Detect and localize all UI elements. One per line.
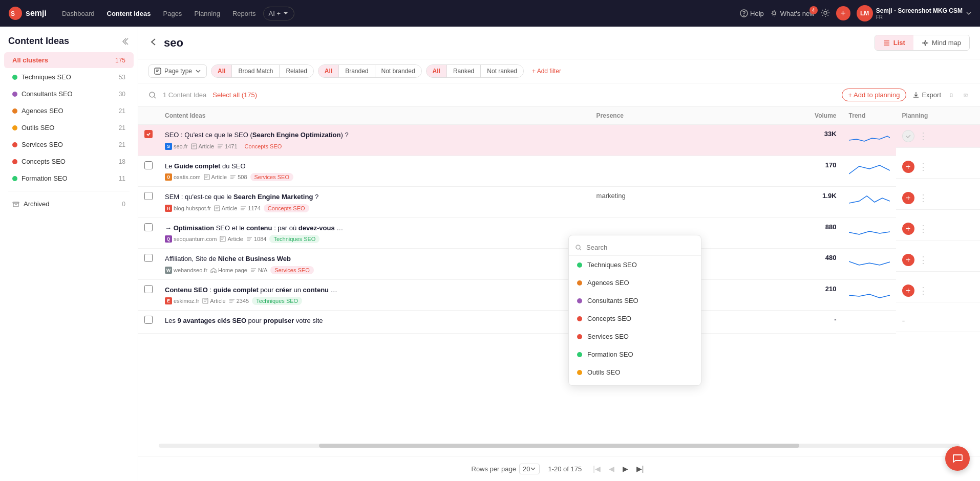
match-all-button[interactable]: All <box>211 65 232 77</box>
svg-rect-19 <box>220 236 225 242</box>
row-checkbox[interactable] <box>144 316 153 324</box>
related-button[interactable]: Related <box>280 65 313 77</box>
ranked-button[interactable]: Ranked <box>447 65 481 77</box>
horizontal-scrollbar[interactable] <box>138 442 980 456</box>
settings-button[interactable] <box>821 8 830 19</box>
select-all-button[interactable]: Select all (175) <box>212 91 257 99</box>
sidebar-item-techniques-seo[interactable]: Techniques SEO 53 <box>4 69 134 85</box>
add-to-planning-row-button[interactable]: + <box>902 192 914 204</box>
dropdown-item-services-seo[interactable]: Services SEO <box>569 327 701 345</box>
row-checkbox-cell[interactable] <box>138 249 159 280</box>
scroll-thumb[interactable] <box>319 444 799 448</box>
dropdown-item-outils-seo[interactable]: Outils SEO <box>569 363 701 381</box>
archive-toolbar-icon[interactable] <box>962 91 970 99</box>
view-mindmap-label: Mind map <box>932 39 961 47</box>
not-ranked-button[interactable]: Not ranked <box>481 65 523 77</box>
sidebar-item-outils-seo[interactable]: Outils SEO 21 <box>4 120 134 136</box>
nav-reports[interactable]: Reports <box>227 7 261 20</box>
add-to-planning-row-button[interactable]: + <box>902 161 914 173</box>
cluster-tag[interactable]: Services SEO <box>270 266 313 274</box>
nav-content-ideas[interactable]: Content Ideas <box>102 7 156 20</box>
dropdown-item-agences-seo[interactable]: Agences SEO <box>569 274 701 292</box>
nav-right: Help What's new 4 + LM Semji - Screensho… <box>740 5 972 21</box>
brand-all-button[interactable]: All <box>318 65 339 77</box>
add-to-planning-button[interactable]: + Add to planning <box>842 89 907 101</box>
add-to-planning-row-button[interactable]: + <box>902 285 914 297</box>
create-button[interactable]: + <box>836 6 850 20</box>
more-button[interactable]: ⋮ <box>919 192 928 204</box>
cluster-count: 30 <box>119 91 125 98</box>
cluster-tag[interactable]: Services SEO <box>250 173 293 181</box>
cluster-tag[interactable]: Techniques SEO <box>252 297 302 305</box>
last-page-button[interactable]: ▶| <box>633 463 647 475</box>
row-checkbox[interactable] <box>144 254 153 262</box>
more-button[interactable]: ⋮ <box>919 161 928 172</box>
row-checkbox[interactable] <box>144 285 153 293</box>
sidebar-item-services-seo[interactable]: Services SEO 21 <box>4 137 134 152</box>
add-filter-button[interactable]: + Add filter <box>528 65 565 77</box>
row-checkbox[interactable] <box>144 223 153 231</box>
more-button[interactable]: ⋮ <box>919 130 928 142</box>
dropdown-search-input[interactable] <box>586 244 695 251</box>
sidebar-item-formation-seo[interactable]: Formation SEO 11 <box>4 170 134 186</box>
row-checkbox[interactable] <box>144 192 153 200</box>
help-button[interactable]: Help <box>740 9 764 17</box>
planning-check-button[interactable] <box>902 130 914 142</box>
more-button[interactable]: ⋮ <box>919 223 928 234</box>
view-list-button[interactable]: List <box>875 35 913 50</box>
add-to-planning-row-button[interactable]: + <box>902 254 914 266</box>
branded-button[interactable]: Branded <box>339 65 375 77</box>
sidebar-item-agences-seo[interactable]: Agences SEO 21 <box>4 103 134 119</box>
dropdown-item-consultants-seo[interactable]: Consultants SEO <box>569 292 701 310</box>
broad-match-button[interactable]: Broad Match <box>232 65 280 77</box>
checked-checkbox[interactable] <box>144 130 153 138</box>
row-checkbox-cell[interactable] <box>138 125 159 156</box>
col-volume-header: Volume <box>768 107 842 125</box>
rows-per-page-selector[interactable]: 20 <box>519 464 540 474</box>
col-trend-header: Trend <box>843 107 896 125</box>
first-page-button[interactable]: |◀ <box>590 463 604 475</box>
user-menu[interactable]: LM Semji - Screenshot MKG CSM FR <box>857 5 972 21</box>
sidebar-item-concepts-seo[interactable]: Concepts SEO 18 <box>4 154 134 169</box>
export-button[interactable]: Export <box>912 91 941 99</box>
archive-icon <box>12 201 19 208</box>
app-logo[interactable]: S semji <box>8 6 47 20</box>
row-checkbox-cell[interactable] <box>138 187 159 218</box>
row-checkbox-cell[interactable] <box>138 217 159 249</box>
nav-planning[interactable]: Planning <box>189 7 225 20</box>
more-button[interactable]: ⋮ <box>919 254 928 266</box>
next-page-button[interactable]: ▶ <box>620 463 631 475</box>
chat-bubble[interactable] <box>945 446 970 471</box>
ai-button[interactable]: AI + <box>263 7 295 20</box>
cluster-tag[interactable]: Concepts SEO <box>264 204 309 212</box>
cluster-tag[interactable]: Concepts SEO <box>241 142 286 150</box>
prev-page-button[interactable]: ◀ <box>606 463 617 475</box>
add-to-planning-row-button[interactable]: + <box>902 223 914 235</box>
dropdown-item-techniques-seo[interactable]: Techniques SEO <box>569 256 701 274</box>
more-button[interactable]: - <box>902 316 905 326</box>
sidebar-collapse-icon[interactable] <box>119 36 130 47</box>
sidebar-item-archived[interactable]: Archived 0 <box>4 196 134 212</box>
nav-pages[interactable]: Pages <box>158 7 187 20</box>
rank-all-button[interactable]: All <box>427 65 447 77</box>
dropdown-item-formation-seo[interactable]: Formation SEO <box>569 345 701 363</box>
search-icon[interactable] <box>148 91 157 99</box>
sidebar-item-consultants-seo[interactable]: Consultants SEO 30 <box>4 86 134 102</box>
page-type-filter[interactable]: Page type <box>148 64 207 78</box>
row-checkbox-cell[interactable] <box>138 156 159 187</box>
row-checkbox-cell[interactable] <box>138 279 159 311</box>
more-button[interactable]: ⋮ <box>919 285 928 296</box>
cluster-tag[interactable]: Techniques SEO <box>269 235 319 243</box>
nav-dashboard[interactable]: Dashboard <box>57 7 100 20</box>
view-mindmap-button[interactable]: Mind map <box>913 35 969 50</box>
cluster-dot <box>12 108 17 114</box>
row-checkbox-cell[interactable] <box>138 311 159 334</box>
bookmark-icon[interactable] <box>947 91 955 99</box>
whats-new-button[interactable]: What's new 4 <box>770 9 815 17</box>
sidebar-item-all-clusters[interactable]: All clusters 175 <box>4 52 134 68</box>
trend-cell <box>843 156 896 187</box>
row-checkbox[interactable] <box>144 161 153 169</box>
dropdown-item-concepts-seo[interactable]: Concepts SEO <box>569 310 701 327</box>
not-branded-button[interactable]: Not branded <box>375 65 421 77</box>
back-button[interactable] <box>148 37 159 49</box>
